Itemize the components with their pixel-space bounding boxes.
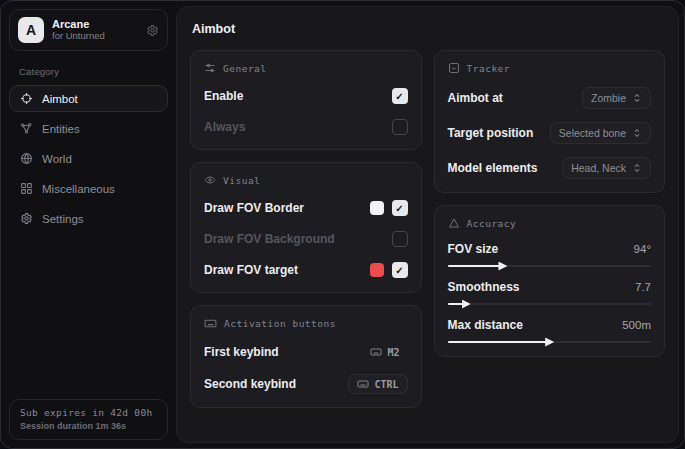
fov-target-row: Draw FOV target ✓ <box>204 261 408 279</box>
sidebar-item-entities[interactable]: Entities <box>9 115 168 142</box>
accuracy-card-header: Accuracy <box>448 217 652 229</box>
second-keybind-button[interactable]: CTRL <box>348 374 407 394</box>
fov-target-label: Draw FOV target <box>204 263 298 277</box>
activation-card-header: Activation buttons <box>204 317 408 330</box>
slider-thumb[interactable] <box>545 338 554 347</box>
sliders-icon <box>204 62 216 74</box>
sub-expiry-text: Sub expires in 42d 00h <box>20 407 157 418</box>
keyboard-icon <box>370 346 382 358</box>
brand-text: Arcane for Unturned <box>52 18 138 42</box>
gear-icon <box>20 212 33 225</box>
visual-card-title: Visual <box>223 175 260 186</box>
app-logo: A <box>18 17 44 43</box>
triangle-icon <box>448 217 460 229</box>
always-checkbox[interactable] <box>392 119 408 135</box>
tracker-card-header: Tracker <box>448 62 652 74</box>
target-position-row: Target position Selected bone <box>448 122 652 144</box>
second-keybind-row: Second keybind CTRL <box>204 374 408 394</box>
model-elements-row: Model elements Head, Neck <box>448 157 652 179</box>
tracker-card: Tracker Aimbot at Zombie <box>434 50 666 193</box>
enable-label: Enable <box>204 89 243 103</box>
smoothness-value: 7.7 <box>635 281 651 293</box>
model-elements-value: Head, Neck <box>571 162 626 174</box>
subscription-info: Sub expires in 42d 00h Session duration … <box>9 399 168 440</box>
sidebar-item-miscellaneous[interactable]: Miscellaneous <box>9 175 168 202</box>
activation-card: Activation buttons First keybind M2 <box>190 305 422 408</box>
general-card: General Enable ✓ Always <box>190 50 422 150</box>
crosshair-icon <box>20 92 33 105</box>
globe-icon <box>20 152 33 165</box>
sidebar-item-label: Miscellaneous <box>42 183 115 195</box>
target-position-value: Selected bone <box>559 127 626 139</box>
category-label: Category <box>19 66 168 77</box>
smoothness-label: Smoothness <box>448 280 520 294</box>
model-elements-dropdown[interactable]: Head, Neck <box>562 157 651 179</box>
content-columns: General Enable ✓ Always <box>190 50 665 408</box>
accuracy-card: Accuracy FOV size 94° <box>434 205 666 357</box>
keyboard-icon <box>204 317 217 330</box>
visual-card: Visual Draw FOV Border ✓ Draw FOV Backgr… <box>190 162 422 293</box>
fov-size-value: 94° <box>634 243 651 255</box>
aimbot-at-row: Aimbot at Zombie <box>448 87 652 109</box>
fov-border-label: Draw FOV Border <box>204 201 304 215</box>
second-keybind-value: CTRL <box>374 379 398 390</box>
app-subtitle: for Unturned <box>52 31 138 42</box>
select-box-icon <box>448 62 460 74</box>
first-keybind-value: M2 <box>387 347 399 358</box>
always-label: Always <box>204 120 245 134</box>
aimbot-at-label: Aimbot at <box>448 91 503 105</box>
general-card-header: General <box>204 62 408 74</box>
fov-border-color-swatch[interactable] <box>370 201 384 215</box>
fov-border-row: Draw FOV Border ✓ <box>204 199 408 217</box>
sidebar: A Arcane for Unturned Category <box>1 1 176 448</box>
fov-background-row: Draw FOV Background <box>204 230 408 248</box>
fov-size-slider[interactable] <box>448 265 652 267</box>
first-keybind-label: First keybind <box>204 345 279 359</box>
visual-card-header: Visual <box>204 174 408 186</box>
app-window: A Arcane for Unturned Category <box>0 0 685 449</box>
right-column: Tracker Aimbot at Zombie <box>434 50 666 357</box>
sidebar-item-aimbot[interactable]: Aimbot <box>9 85 168 112</box>
fov-target-color-swatch[interactable] <box>370 263 384 277</box>
max-distance-value: 500m <box>622 319 651 331</box>
sidebar-item-label: Entities <box>42 123 80 135</box>
sidebar-nav: Aimbot Entities <box>9 85 168 232</box>
general-card-title: General <box>223 63 267 74</box>
sidebar-item-settings[interactable]: Settings <box>9 205 168 232</box>
enable-row: Enable ✓ <box>204 87 408 105</box>
aimbot-at-value: Zombie <box>591 92 626 104</box>
enable-checkbox[interactable]: ✓ <box>392 88 408 104</box>
sidebar-item-world[interactable]: World <box>9 145 168 172</box>
grid-icon <box>20 182 33 195</box>
model-elements-label: Model elements <box>448 161 538 175</box>
page-title: Aimbot <box>192 22 665 36</box>
first-keybind-row: First keybind M2 <box>204 343 408 361</box>
fov-target-checkbox[interactable]: ✓ <box>392 262 408 278</box>
fov-background-checkbox[interactable] <box>392 231 408 247</box>
fov-border-checkbox[interactable]: ✓ <box>392 200 408 216</box>
fov-background-label: Draw FOV Background <box>204 232 335 246</box>
tracker-card-title: Tracker <box>467 63 511 74</box>
accuracy-card-title: Accuracy <box>467 218 517 229</box>
max-distance-slider[interactable] <box>448 341 652 343</box>
smoothness-slider[interactable] <box>448 303 652 305</box>
smoothness-block: Smoothness 7.7 <box>448 280 652 305</box>
gear-icon[interactable] <box>146 24 159 37</box>
brand-card[interactable]: A Arcane for Unturned <box>9 9 168 51</box>
max-distance-block: Max distance 500m <box>448 318 652 343</box>
chevron-sort-icon <box>632 93 642 103</box>
main-panel: Aimbot General <box>176 6 679 443</box>
target-position-dropdown[interactable]: Selected bone <box>550 122 651 144</box>
sidebar-item-label: World <box>42 153 72 165</box>
chevron-sort-icon <box>632 163 642 173</box>
aimbot-at-dropdown[interactable]: Zombie <box>582 87 651 109</box>
slider-thumb[interactable] <box>498 262 507 271</box>
second-keybind-label: Second keybind <box>204 377 296 391</box>
slider-thumb[interactable] <box>462 300 471 309</box>
eye-icon <box>204 174 216 186</box>
first-keybind-button[interactable]: M2 <box>362 343 407 361</box>
chevron-sort-icon <box>632 128 642 138</box>
sidebar-item-label: Settings <box>42 213 84 225</box>
max-distance-label: Max distance <box>448 318 523 332</box>
always-row: Always <box>204 118 408 136</box>
